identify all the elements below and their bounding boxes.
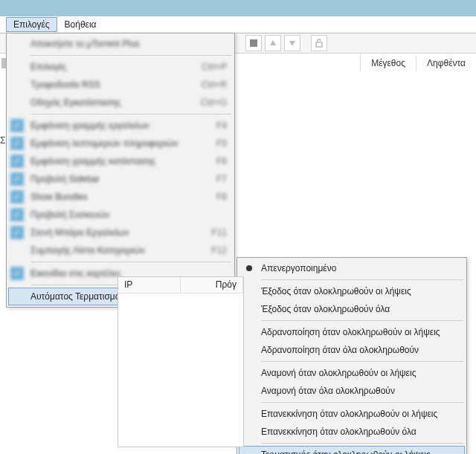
menu-item-label: Εμφάνιση γραμμής εργαλείων xyxy=(30,120,216,131)
submenu-item-exit-all[interactable]: Έξοδος όταν ολοκληρωθούν όλα xyxy=(239,300,465,318)
left-edge-label: Συ xyxy=(0,135,6,146)
submenu-item-standby-all[interactable]: Αναμονή όταν όλα ολοκληρωθούν xyxy=(239,382,465,400)
col-size[interactable]: Μέγεθος xyxy=(360,55,416,71)
check-icon xyxy=(10,155,24,168)
menu-options[interactable]: Επιλογές xyxy=(6,17,57,32)
submenu-item-standby-downloads[interactable]: Αναμονή όταν ολοκληρωθούν οι λήψεις xyxy=(239,364,465,382)
menu-separator xyxy=(261,402,463,403)
submenu-item-disabled[interactable]: Απενεργοποιημένο xyxy=(239,259,465,277)
menu-help[interactable]: Βοήθεια xyxy=(57,17,104,32)
check-icon xyxy=(10,190,24,204)
window-titlebar xyxy=(0,0,476,16)
submenu-item-exit-downloads[interactable]: Έξοδος όταν ολοκληρωθούν οι λήψεις xyxy=(239,282,465,300)
submenu-item-label: Αναμονή όταν όλα ολοκληρωθούν xyxy=(261,386,395,396)
menu-separator xyxy=(261,320,463,321)
menu-item-show-devices[interactable]: Προβολή Συσκευών xyxy=(8,206,233,224)
col-ip[interactable]: IP xyxy=(118,277,181,293)
check-icon xyxy=(10,208,24,221)
menu-item-label: Επιλογές xyxy=(30,62,202,72)
menu-item-accelerator: Ctrl+R xyxy=(202,80,227,90)
submenu-item-reboot-all[interactable]: Επανεκκίνηση όταν ολοκληρωθούν όλα xyxy=(239,423,465,441)
submenu-item-label: Αδρανοποίηση όταν όλα ολοκληρωθούν xyxy=(261,345,419,355)
submenu-item-label: Επανεκκίνηση όταν ολοκληρωθούν όλα xyxy=(261,427,416,437)
menu-separator xyxy=(30,55,231,56)
check-icon xyxy=(10,137,24,150)
toolbar-up-icon[interactable] xyxy=(265,35,281,51)
check-icon xyxy=(10,226,24,239)
submenu-item-hibernate-downloads[interactable]: Αδρανοποίηση όταν ολοκληρωθούν οι λήψεις xyxy=(239,323,465,341)
toolbar-down-icon[interactable] xyxy=(284,35,300,51)
menu-bar: Επιλογές Βοήθεια xyxy=(6,16,104,33)
menu-item-accelerator: F4 xyxy=(216,120,227,131)
peers-column-headers: IP Πρόγ xyxy=(118,277,243,294)
menu-item-preferences[interactable]: Επιλογές Ctrl+P xyxy=(8,58,233,76)
submenu-item-label: Αδρανοποίηση όταν ολοκληρωθούν οι λήψεις xyxy=(261,327,440,337)
check-icon xyxy=(10,172,24,186)
menu-item-show-toolbar[interactable]: Εμφάνιση γραμμής εργαλείων F4 xyxy=(8,117,233,134)
menu-item-accelerator: F7 xyxy=(216,174,227,184)
menu-item-label: Εμφάνιση λεπτομερών πληροφοριών xyxy=(30,138,216,149)
menu-item-accelerator: Ctrl+P xyxy=(202,62,227,72)
submenu-item-label: Απενεργοποιημένο xyxy=(261,263,336,273)
menu-item-show-status-bar[interactable]: Εμφάνιση γραμμής κατάστασης F6 xyxy=(8,152,233,170)
menu-item-show-bundles[interactable]: Show Bundles F8 xyxy=(8,188,233,206)
menu-item-compact-category-list[interactable]: Συμπαγής Λίστα Κατηγοριών F12 xyxy=(8,241,233,259)
menu-item-accelerator: F12 xyxy=(211,245,227,256)
menu-item-label: Οδηγός Εγκατάστασης xyxy=(30,97,201,108)
menu-item-label: Προβολή Sidebar xyxy=(30,174,216,184)
menu-item-label: Στενή Μπάρα Εργαλείων xyxy=(30,227,211,238)
submenu-item-hibernate-all[interactable]: Αδρανοποίηση όταν όλα ολοκληρωθούν xyxy=(239,341,465,359)
list-column-headers: Μέγεθος Ληφθέντα xyxy=(360,53,476,73)
menu-item-label: Show Bundles xyxy=(30,192,216,202)
options-dropdown-menu: Αποκτήστε το μTorrent Plus Επιλογές Ctrl… xyxy=(6,33,235,308)
check-icon xyxy=(10,119,24,132)
menu-item-label: Αποκτήστε το μTorrent Plus xyxy=(30,39,227,49)
submenu-item-label: Έξοδος όταν ολοκληρωθούν όλα xyxy=(261,304,390,314)
svg-rect-0 xyxy=(250,39,257,47)
radio-icon xyxy=(246,265,252,271)
menu-item-accelerator: F11 xyxy=(211,227,227,238)
check-icon xyxy=(10,267,24,280)
submenu-item-reboot-downloads[interactable]: Επανεκκίνηση όταν ολοκληρωθούν οι λήψεις xyxy=(239,405,465,423)
menu-item-narrow-toolbar[interactable]: Στενή Μπάρα Εργαλείων F11 xyxy=(8,224,233,241)
submenu-item-shutdown-downloads[interactable]: Τερματισμός όταν ολοκληρωθούν οι λήψεις xyxy=(239,446,465,454)
col-received[interactable]: Ληφθέντα xyxy=(416,55,476,71)
menu-item-label: Συμπαγής Λίστα Κατηγοριών xyxy=(30,245,211,256)
submenu-item-label: Τερματισμός όταν ολοκληρωθούν οι λήψεις xyxy=(261,450,431,454)
menu-separator xyxy=(261,279,463,280)
svg-rect-1 xyxy=(316,42,322,47)
submenu-item-label: Επανεκκίνηση όταν ολοκληρωθούν οι λήψεις xyxy=(261,409,437,419)
menu-item-label: Εμφάνιση γραμμής κατάστασης xyxy=(30,156,216,166)
peers-panel: IP Πρόγ xyxy=(118,276,244,447)
menu-separator xyxy=(261,443,463,444)
menu-item-show-sidebar[interactable]: Προβολή Sidebar F7 xyxy=(8,170,233,188)
toolbar-stop-icon[interactable] xyxy=(245,35,262,51)
menu-item-rss[interactable]: Τροφοδοσία RSS Ctrl+R xyxy=(8,76,233,94)
menu-separator xyxy=(30,262,231,262)
menu-item-setup-guide[interactable]: Οδηγός Εγκατάστασης Ctrl+G xyxy=(8,94,233,111)
menu-separator xyxy=(261,361,463,362)
menu-separator xyxy=(30,114,231,114)
menu-item-accelerator: F8 xyxy=(216,192,227,202)
menu-item-label: Τροφοδοσία RSS xyxy=(30,80,202,90)
submenu-item-label: Έξοδος όταν ολοκληρωθούν οι λήψεις xyxy=(261,286,411,296)
menu-item-accelerator: F5 xyxy=(216,138,227,149)
col-program[interactable]: Πρόγ xyxy=(181,277,243,293)
menu-item-get-plus[interactable]: Αποκτήστε το μTorrent Plus xyxy=(8,35,233,53)
auto-shutdown-submenu: Απενεργοποιημένο Έξοδος όταν ολοκληρωθού… xyxy=(237,257,467,454)
menu-item-accelerator: F6 xyxy=(216,156,227,166)
toolbar-lock-icon[interactable] xyxy=(311,35,327,51)
menu-item-label: Προβολή Συσκευών xyxy=(30,210,227,220)
menu-item-show-detailed-info[interactable]: Εμφάνιση λεπτομερών πληροφοριών F5 xyxy=(8,134,233,152)
submenu-item-label: Αναμονή όταν ολοκληρωθούν οι λήψεις xyxy=(261,368,416,378)
menu-item-accelerator: Ctrl+G xyxy=(201,97,227,108)
